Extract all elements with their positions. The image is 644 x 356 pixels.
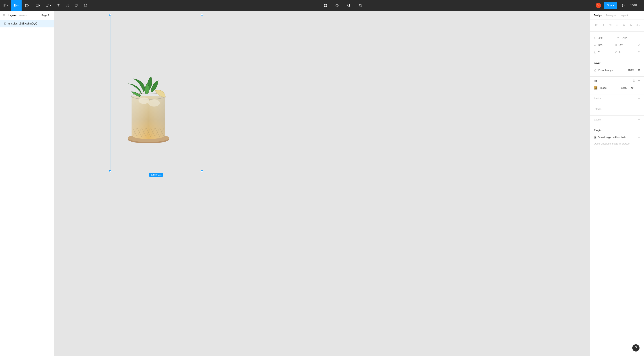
svg-rect-2 [68,4,69,5]
add-fill-icon[interactable] [638,79,640,82]
move-tool-button[interactable] [11,0,22,11]
plugin-description: Open Unsplash image in browser [594,141,640,145]
add-effect-icon[interactable] [638,108,640,110]
svg-point-17 [148,99,160,106]
x-field[interactable]: X-239 [594,37,616,39]
fill-type-label[interactable]: Image [600,86,607,89]
design-tab[interactable]: Design [594,14,602,17]
resize-handle-br[interactable] [201,170,203,172]
align-top-button[interactable] [614,22,620,28]
chevron-down-icon [17,4,19,6]
component-icon [335,3,339,7]
add-stroke-icon[interactable] [638,97,640,100]
stroke-section: Stroke [590,94,644,105]
alignment-section [590,20,644,32]
fill-opacity-field[interactable]: 100% [620,86,627,89]
resize-handle-tr[interactable] [201,14,203,16]
crop-button[interactable] [356,0,365,11]
text-icon [56,3,60,7]
svg-point-23 [632,88,632,88]
share-button[interactable]: Share [604,2,617,9]
layer-opacity-field[interactable]: 100% [628,69,634,71]
plugin-action-link[interactable]: View image on Unsplash [598,136,626,139]
pen-tool-button[interactable] [43,0,54,11]
y-field[interactable]: Y-282 [617,37,639,39]
hand-icon [74,3,78,7]
add-export-icon[interactable] [638,118,640,121]
shape-tool-button[interactable] [32,0,43,11]
comment-tool-button[interactable] [81,0,90,11]
user-avatar[interactable]: V [596,3,601,8]
chevron-down-icon [638,24,640,26]
svg-rect-0 [36,4,38,7]
effects-section: Effects [590,105,644,115]
mask-button[interactable] [344,0,353,11]
inspect-tab[interactable]: Inspect [620,14,628,17]
rotation-field[interactable]: 0° [594,51,613,54]
canvas[interactable]: 399 × 681 [54,11,590,356]
hand-tool-button[interactable] [72,0,81,11]
corner-radius-field[interactable]: 0 [615,51,634,54]
assets-tab[interactable]: Assets [19,14,26,17]
plugin-section: Plugin View image on Unsplash Open Unspl… [590,126,644,148]
blend-mode-select[interactable]: Pass through [598,69,613,71]
visibility-icon[interactable] [638,69,640,71]
svg-rect-1 [66,4,67,5]
fill-swatch[interactable] [594,86,598,90]
distribute-button[interactable] [635,22,640,28]
remove-fill-icon[interactable] [638,86,640,89]
constrain-proportions-icon[interactable] [638,44,640,46]
edit-object-button[interactable] [321,0,330,11]
chevron-down-icon [50,14,52,16]
svg-point-22 [634,81,635,82]
align-vcenter-button[interactable] [621,22,627,28]
layer-section: Layer Pass through 100% [590,59,644,77]
width-field[interactable]: W399 [594,44,613,46]
export-section: Export [590,115,644,126]
selected-image[interactable] [119,69,178,146]
frame-tool-button[interactable] [22,0,32,11]
chevron-down-icon [28,4,30,6]
svg-point-19 [633,80,634,80]
present-button[interactable] [620,0,626,11]
component-button[interactable] [332,0,342,11]
text-tool-button[interactable] [54,0,63,11]
align-left-button[interactable] [594,22,599,28]
independent-corners-icon[interactable] [638,51,640,54]
style-icon[interactable] [633,79,636,82]
height-field[interactable]: H681 [615,44,634,46]
resize-handle-bl[interactable] [109,170,111,172]
search-icon[interactable] [3,14,6,17]
prototype-tab[interactable]: Prototype [606,14,616,17]
align-right-button[interactable] [608,22,613,28]
chevron-down-icon [39,4,40,6]
align-bottom-button[interactable] [628,22,634,28]
align-hcenter-button[interactable] [601,22,606,28]
layers-tab[interactable]: Layers [8,14,16,17]
visibility-icon[interactable] [631,86,634,89]
page-selector[interactable]: Page 1 [41,14,52,17]
layer-row-selected[interactable]: unsplash:1ftBKp8mOyQ [0,20,54,27]
help-button[interactable]: ? [632,344,640,352]
svg-rect-4 [324,4,326,6]
image-icon [4,22,6,25]
comment-icon [84,3,88,7]
resources-icon [66,3,70,7]
resources-button[interactable] [63,0,72,11]
avatar-initial: V [598,4,599,7]
chevron-down-icon [638,4,640,6]
chevron-down-icon [6,4,8,6]
zoom-dropdown[interactable]: 100% [629,4,641,7]
unsplash-icon [594,136,596,139]
svg-point-21 [633,81,634,82]
dimension-label: 399 × 681 [149,173,163,177]
chevron-down-icon [50,4,51,6]
corner-radius-icon [615,51,618,54]
mask-icon [347,3,351,7]
main-menu-button[interactable] [0,0,11,11]
remove-plugin-icon[interactable] [638,136,640,139]
svg-point-10 [3,14,5,16]
layer-name: unsplash:1ftBKp8mOyQ [8,22,37,25]
crop-icon [358,3,362,7]
resize-handle-tl[interactable] [109,14,111,16]
